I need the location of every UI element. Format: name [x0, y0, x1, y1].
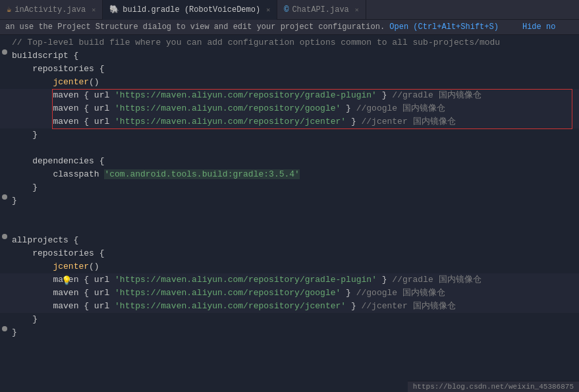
tab-chatapi[interactable]: © ChatAPI.java ✕: [277, 0, 366, 20]
line-content: jcenter(): [9, 76, 579, 89]
gutter: [0, 49, 9, 55]
line-content: maven { url 'https://maven.aliyun.com/re…: [9, 89, 579, 102]
code-line-allprojects: allprojects {: [0, 234, 579, 247]
info-bar: an use the Project Structure dialog to v…: [0, 20, 579, 35]
code-line-maven-2: maven { url 'https://maven.aliyun.com/re…: [0, 102, 579, 115]
code-line: dependencies {: [0, 155, 579, 168]
tab-bar: ☕ inActivity.java ✕ 🐘 build.gradle (Robo…: [0, 0, 579, 20]
chatapi-icon: ©: [284, 5, 289, 14]
code-line: }: [0, 194, 579, 208]
tab-close-icon[interactable]: ✕: [92, 6, 96, 14]
line-content: jcenter(): [9, 260, 579, 273]
line-content: maven { url 'https://maven.aliyun.com/re…: [9, 300, 579, 313]
line-content: maven { url 'https://maven.aliyun.com/re…: [9, 273, 579, 287]
lightbulb-icon[interactable]: 💡: [61, 275, 72, 288]
hide-link[interactable]: Hide no: [522, 22, 555, 32]
tab-label: ChatAPI.java: [292, 5, 348, 14]
code-line: buildscript {: [0, 49, 579, 63]
line-content: allprojects {: [9, 234, 579, 247]
code-line: jcenter(): [0, 260, 579, 273]
editor-area: // Top-level build file where you can ad…: [0, 35, 579, 339]
code-line: }: [0, 128, 579, 142]
gradle-icon: 🐘: [109, 5, 119, 14]
code-line: repositories {: [0, 247, 579, 260]
gutter: [0, 194, 9, 200]
code-line: // Top-level build file where you can ad…: [0, 36, 579, 49]
status-url: https://blog.csdn.net/weixin_45386875: [413, 383, 574, 391]
line-content: // Top-level build file where you can ad…: [9, 36, 579, 49]
line-content: }: [9, 194, 579, 208]
line-content: }: [9, 128, 579, 142]
tab-label: build.gradle (RobotVoiceDemo): [123, 5, 260, 14]
info-text: an use the Project Structure dialog to v…: [5, 22, 385, 32]
tab-close-icon[interactable]: ✕: [355, 6, 359, 14]
line-content: dependencies {: [9, 155, 579, 168]
java-icon: ☕: [7, 5, 11, 14]
open-link[interactable]: Open (Ctrl+Alt+Shift+S): [389, 22, 499, 32]
line-content: classpath 'com.android.tools.build:gradl…: [9, 168, 579, 181]
code-line: [0, 208, 579, 221]
gutter: [0, 326, 9, 331]
tab-build-gradle[interactable]: 🐘 build.gradle (RobotVoiceDemo) ✕: [103, 0, 277, 20]
code-line-maven-6: maven { url 'https://maven.aliyun.com/re…: [0, 300, 579, 313]
code-line-classpath: classpath 'com.android.tools.build:gradl…: [0, 168, 579, 181]
code-line-maven-1: maven { url 'https://maven.aliyun.com/re…: [0, 89, 579, 102]
code-line: }: [0, 313, 579, 326]
line-content: }: [9, 313, 579, 326]
code-line: [0, 142, 579, 155]
code-line: }: [0, 326, 579, 339]
code-line: }: [0, 181, 579, 194]
line-content: maven { url 'https://maven.aliyun.com/re…: [9, 115, 579, 128]
line-content: }: [9, 181, 579, 194]
code-line: [0, 221, 579, 234]
code-line: repositories {: [0, 63, 579, 76]
line-content: buildscript {: [9, 49, 579, 63]
tab-inactivity[interactable]: ☕ inActivity.java ✕: [0, 0, 103, 20]
code-line: jcenter(): [0, 76, 579, 89]
line-content: }: [9, 326, 579, 339]
line-content: maven { url 'https://maven.aliyun.com/re…: [9, 287, 579, 300]
code-line-maven-3: maven { url 'https://maven.aliyun.com/re…: [0, 115, 579, 128]
gutter: [0, 234, 9, 239]
status-bar: https://blog.csdn.net/weixin_45386875: [408, 381, 579, 392]
tab-label: inActivity.java: [14, 5, 86, 14]
code-line-maven-4: maven { url 'https://maven.aliyun.com/re…: [0, 273, 579, 287]
tab-close-icon[interactable]: ✕: [266, 6, 270, 14]
code-line-maven-5: maven { url 'https://maven.aliyun.com/re…: [0, 287, 579, 300]
line-content: repositories {: [9, 63, 579, 76]
line-content: maven { url 'https://maven.aliyun.com/re…: [9, 102, 579, 115]
line-content: repositories {: [9, 247, 579, 260]
